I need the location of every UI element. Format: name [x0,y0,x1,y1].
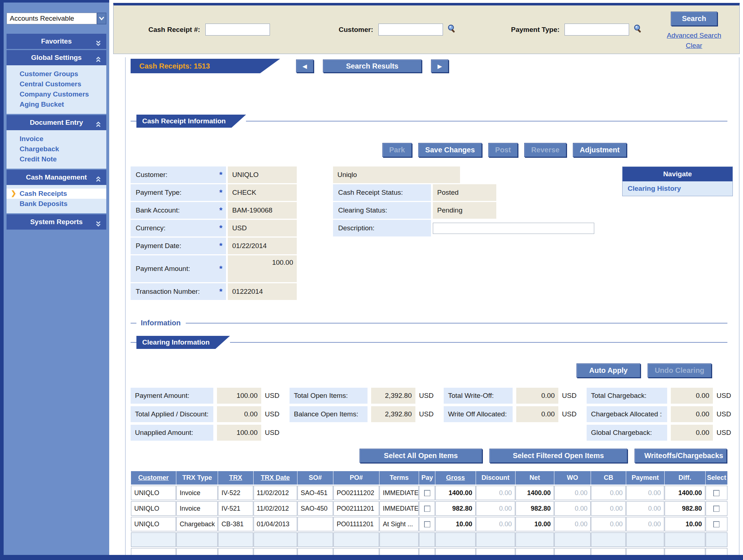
currency-field-label: Currency: * [131,220,226,236]
adjustment-button[interactable]: Adjustment [573,143,627,157]
pay-checkbox[interactable] [424,490,430,496]
advanced-search-link[interactable]: Advanced Search [667,32,721,40]
description-input[interactable] [433,223,594,234]
column-header-payment[interactable]: Payment [626,471,664,485]
currency-code: USD [419,388,434,404]
cell-net: 10.00 [516,517,554,531]
clear-link[interactable]: Clear [686,42,702,50]
next-result-button[interactable]: ▶ [431,59,448,73]
sidebar-section-favorites[interactable]: Favorites [7,34,106,49]
column-header-terms[interactable]: Terms [379,471,419,485]
sidebar-section-document-entry[interactable]: Document Entry [7,115,106,130]
column-header-trx[interactable]: TRX [218,471,253,485]
pay-checkbox[interactable] [424,506,430,512]
search-results-button[interactable]: Search Results [323,59,422,73]
cell-po: PO01111201 [333,517,379,531]
required-marker: * [219,244,222,248]
label-text: Payment Amount: [136,265,190,273]
post-button[interactable]: Post [488,143,518,157]
receipt-action-buttons: Park Save Changes Post Reverse Adjustmen… [131,143,727,157]
sidebar-item-central-customers[interactable]: Central Customers [7,79,106,89]
column-header-wo[interactable]: WO [554,471,591,485]
payment-amount-total-value: 100.00 [217,388,261,404]
clearing-buttons: Auto Apply Undo Clearing [131,363,727,378]
sidebar-item-company-customers[interactable]: Company Customers [7,89,106,99]
label-text: Cash Receipt Status: [338,189,403,197]
cell-terms: IMMEDIATE... [379,501,419,516]
payment-type-input[interactable] [565,24,629,36]
magnifier-icon[interactable] [447,24,457,36]
total-applied-discount-label: Total Applied / Discount: [131,406,213,422]
column-header-cb[interactable]: CB [591,471,626,485]
customer-input[interactable] [378,24,443,36]
column-header-customer[interactable]: Customer [131,471,176,485]
select-checkbox[interactable] [713,506,719,512]
save-changes-button[interactable]: Save Changes [418,143,482,157]
form-right-column: Uniqlo Cash Receipt Status: Posted Clear… [333,166,594,236]
customer-name-display: Uniqlo [333,166,460,183]
unapplied-amount-value: 100.00 [217,425,261,441]
select-filtered-open-items-button[interactable]: Select Filtered Open Items [489,449,627,463]
writeoffs-chargebacks-button[interactable]: Writeoffs/Chargebacks [635,449,727,463]
cell-trx-date: 11/02/2012 [254,501,297,516]
select-all-open-items-button[interactable]: Select All Open Items [360,449,482,463]
triangle-right-icon: ▶ [438,63,442,69]
column-header-po[interactable]: PO# [333,471,379,485]
tab-cash-receipts[interactable]: Cash Receipts: 1513 [131,59,280,73]
sidebar-item-customer-groups[interactable]: Customer Groups [7,69,106,79]
park-button[interactable]: Park [382,143,412,157]
reverse-button[interactable]: Reverse [524,143,566,157]
sidebar-item-chargeback[interactable]: Chargeback [7,144,106,154]
currency-code: USD [419,406,434,422]
magnifier-icon[interactable] [633,24,643,36]
cell-wo: 0.00 [554,501,591,516]
column-header-pay[interactable]: Pay [419,471,435,485]
pay-checkbox[interactable] [424,521,430,527]
column-header-trx-date[interactable]: TRX Date [254,471,297,485]
column-header-gross[interactable]: Gross [435,471,475,485]
sidebar-section-system-reports[interactable]: System Reports [7,214,106,230]
cell-trx-date: 11/02/2012 [254,486,297,500]
empty-row [131,548,727,555]
sidebar-section-global-settings[interactable]: Global Settings [7,50,106,65]
previous-result-button[interactable]: ◀ [296,59,313,73]
column-header-net[interactable]: Net [516,471,554,485]
column-header-select[interactable]: Select [706,471,727,485]
transaction-number-field-value: 01222014 [228,283,297,300]
cell-net: 1400.00 [516,486,554,500]
auto-apply-button[interactable]: Auto Apply [576,363,640,378]
sidebar-item-bank-deposits[interactable]: Bank Deposits [7,199,106,209]
column-header-so[interactable]: SO# [297,471,333,485]
sidebar-item-credit-note[interactable]: Credit Note [7,154,106,164]
clearing-history-link[interactable]: Clearing History [623,181,732,196]
cash-receipt-number-input[interactable] [205,24,270,36]
required-marker: * [219,290,222,293]
label-text: Bank Account: [136,206,180,214]
divider [131,323,136,324]
customer-label: Customer: [339,26,373,34]
cell-diff: 10.00 [665,517,705,531]
totals-group-2: Total Open Items: 2,392.80 USD Balance O… [290,388,434,441]
module-selector[interactable]: Accounts Receivable [7,13,106,24]
select-checkbox[interactable] [713,521,719,527]
sidebar-section-cash-management[interactable]: Cash Management [7,170,106,185]
column-header-discount[interactable]: Discount [476,471,515,485]
sidebar-item-cash-receipts[interactable]: ❯ Cash Receipts [7,189,106,199]
column-header-trx-type[interactable]: TRX Type [176,471,218,485]
cell-gross: 10.00 [435,517,475,531]
sidebar-items-cash-management: ❯ Cash Receipts Bank Deposits [7,185,106,213]
required-marker: * [219,209,222,212]
sidebar-item-aging-bucket[interactable]: Aging Bucket [7,99,106,110]
section-label: Cash Management [26,173,87,181]
cell-trx-type: Invoice [176,486,218,500]
select-checkbox[interactable] [713,490,719,496]
undo-clearing-button[interactable]: Undo Clearing [648,363,711,378]
search-button[interactable]: Search [671,12,717,26]
sidebar-item-invoice[interactable]: Invoice [7,134,106,144]
description-label: Description: [333,220,431,236]
cell-trx-date: 01/04/2013 [254,517,297,531]
currency-code: USD [717,406,732,422]
chevron-down-icon[interactable] [97,13,106,24]
column-header-diff[interactable]: Diff. [665,471,705,485]
divider [131,121,136,122]
